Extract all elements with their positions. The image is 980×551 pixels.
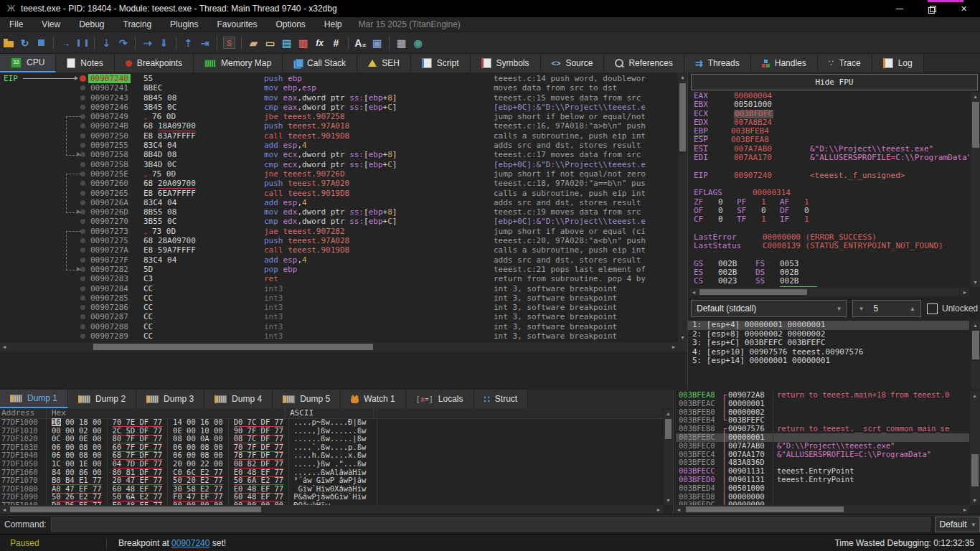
gutter-dot-icon[interactable] xyxy=(80,200,85,205)
stop-button[interactable] xyxy=(34,35,49,50)
register-row[interactable]: EDI007AA170&"ALLUSERSPROFILE=C:\\Program… xyxy=(694,154,969,162)
menu-item-view[interactable]: View xyxy=(32,17,70,32)
dump-panel[interactable]: Dump 1Dump 2Dump 3Dump 4Dump 5Watch 1[x=… xyxy=(0,390,674,514)
hex-group[interactable]: 14 00 16 00 xyxy=(168,418,229,427)
stack-row[interactable]: 003BFEB0│00000002 xyxy=(676,408,969,417)
gutter-dot-icon[interactable] xyxy=(80,276,85,281)
hex-group[interactable]: 70 7E DF 77 xyxy=(108,418,169,427)
breakpoint-gutter[interactable] xyxy=(0,322,90,331)
disasm-row[interactable]: 0090725E⌄75 0Djne teeest.90726Djump shor… xyxy=(0,169,678,179)
scroll-thumb[interactable] xyxy=(971,454,979,486)
argument-row[interactable]: 1: [esp+4] 00000001 00000001 xyxy=(688,321,969,330)
scroll-right-icon[interactable]: ► xyxy=(654,505,663,514)
disasm-row[interactable]: 009072825Dpop ebpteeest.c:21 pops last e… xyxy=(0,265,678,274)
disasm-row[interactable]: 00907286CCint3int 3, software breakpoint xyxy=(0,303,678,312)
menu-item-debug[interactable]: Debug xyxy=(70,17,113,32)
tab-references[interactable]: References xyxy=(604,54,684,72)
dump-row[interactable]: 77DF10501C 00 1E 0004 7D DF 7720 00 22 0… xyxy=(0,460,663,468)
stack-panel[interactable]: 003BFEA8┌009072A8return to teeest.main+1… xyxy=(674,390,980,514)
patches-button[interactable]: ▰ xyxy=(246,35,261,50)
step-into-button[interactable]: ⇣ xyxy=(99,35,114,50)
disasm-row[interactable]: 00907250E8 83A7FFFFcall teeest.9019D8cal… xyxy=(0,131,678,141)
hide-fpu-button[interactable]: Hide FPU xyxy=(691,74,978,90)
register-row[interactable]: ZF0PF1AF1 xyxy=(694,198,969,207)
stack-row[interactable]: 003BFEB8┌00907576return to teeest.__scrt… xyxy=(676,425,969,433)
calling-convention-select[interactable]: Default (stdcall) ▼ xyxy=(691,300,847,317)
breakpoint-gutter[interactable] xyxy=(0,293,90,303)
hex-group[interactable]: 16 00 18 00 xyxy=(47,418,108,427)
gutter-dot-icon[interactable] xyxy=(80,181,85,186)
tab-seh[interactable]: SEH xyxy=(357,54,411,72)
gutter-dot-icon[interactable] xyxy=(80,314,85,319)
scroll-thumb[interactable] xyxy=(686,507,844,512)
step-over-button[interactable]: ↷ xyxy=(116,35,131,50)
scroll-up-icon[interactable]: ▲ xyxy=(970,391,979,400)
tab-trace[interactable]: ∵Trace xyxy=(818,54,872,72)
tab-handles[interactable]: Handles xyxy=(751,54,818,72)
run-button[interactable]: → xyxy=(58,35,73,50)
attach-button[interactable]: ▣ xyxy=(369,35,385,50)
tab-dump-4[interactable]: Dump 4 xyxy=(204,390,273,408)
register-row[interactable]: CF0TF1IF1 xyxy=(694,215,969,224)
gutter-dot-icon[interactable] xyxy=(80,296,85,301)
arg-count-stepper[interactable]: ▼ 5 ▲ xyxy=(852,300,921,317)
restore-button[interactable] xyxy=(915,0,948,17)
breakpoint-gutter[interactable] xyxy=(0,93,90,103)
scroll-thumb[interactable] xyxy=(679,83,686,151)
disasm-row[interactable]: 009072703B55 0Ccmp edx,dword ptr ss:[ebp… xyxy=(0,217,678,226)
gutter-dot-icon[interactable] xyxy=(80,143,85,148)
disasm-row[interactable]: 009072463B45 0Ccmp eax,dword ptr ss:[ebp… xyxy=(0,103,678,112)
hex-group[interactable]: 20 00 22 00 xyxy=(168,460,229,468)
tab-watch-1[interactable]: Watch 1 xyxy=(341,390,406,408)
stack-arguments-list[interactable]: 1: [esp+4] 00000001 000000012: [esp+8] 0… xyxy=(688,321,969,368)
gutter-dot-icon[interactable] xyxy=(80,229,85,234)
breakpoint-gutter[interactable] xyxy=(0,160,90,169)
stack-row[interactable]: 003BFEC8│483A836D xyxy=(676,458,969,467)
scroll-right-icon[interactable]: ► xyxy=(961,505,969,514)
argument-row[interactable]: 3: [esp+C] 003BFEFC 003BFEFC xyxy=(688,339,969,348)
stack-row[interactable]: 003BFEAC│00000001 xyxy=(676,400,969,408)
disasm-row[interactable]: 009072418BECmov ebp,espmoves data from s… xyxy=(0,83,678,93)
disasm-row[interactable]: 009072438B45 08mov eax,dword ptr ss:[ebp… xyxy=(0,93,678,103)
pause-button[interactable] xyxy=(75,35,90,50)
open-file-button[interactable] xyxy=(1,35,16,50)
gutter-dot-icon[interactable] xyxy=(80,267,85,272)
register-row[interactable]: EIP00907240<teeest._f_unsigned> xyxy=(694,171,969,180)
functions-button[interactable]: fx xyxy=(312,35,327,50)
stack-vscrollbar[interactable]: ▲ ▼ xyxy=(970,391,980,505)
argument-row[interactable]: 5: [esp+14] 00000001 00000001 xyxy=(688,357,969,366)
gutter-dot-icon[interactable] xyxy=(80,258,85,263)
stack-row[interactable]: 003BFEC4│007AA170&"ALLUSERSPROFILE=C:\\P… xyxy=(676,451,969,459)
registers-hscrollbar[interactable]: ◄ ► xyxy=(689,288,969,296)
scroll-down-icon[interactable]: ▼ xyxy=(970,496,979,505)
disasm-row[interactable]: 0090726A83C4 04add esp,4adds src and dst… xyxy=(0,198,678,207)
scroll-left-icon[interactable]: ◄ xyxy=(0,505,9,514)
breakpoint-gutter[interactable] xyxy=(0,303,90,312)
snowman-button[interactable]: # xyxy=(329,35,344,50)
breakpoint-gutter[interactable] xyxy=(0,217,90,226)
hex-group[interactable]: 20 47 EF 77 xyxy=(108,476,169,485)
disasm-row[interactable]: 0090725B3B4D 0Ccmp ecx,dword ptr ss:[ebp… xyxy=(0,160,678,169)
strings-button[interactable]: A₂ xyxy=(353,35,368,50)
register-row[interactable]: OF0SF0DF0 xyxy=(694,207,969,215)
profile-select[interactable]: Default ▼ xyxy=(935,517,980,532)
breakpoint-gutter[interactable] xyxy=(0,284,90,293)
tab-symbols[interactable]: Symbols xyxy=(471,54,541,72)
disasm-row[interactable]: 00907249⌄76 0Djbe teeest.907258jump shor… xyxy=(0,112,678,121)
breakpoint-gutter[interactable] xyxy=(0,312,90,321)
disasm-row[interactable]: 0090727F83C4 04add esp,4adds src and dst… xyxy=(0,255,678,265)
calculator-button[interactable]: ▦ xyxy=(394,35,409,50)
menu-item-options[interactable]: Options xyxy=(266,17,314,32)
disasm-row[interactable]: 0090725583C4 04add esp,4adds src and dst… xyxy=(0,141,678,150)
disassembly-vscrollbar[interactable]: ▲ ▼ xyxy=(678,72,687,342)
stack-row[interactable]: 003BFEC0│007A7AB0&"D:\\Project\\teeest.e… xyxy=(676,442,969,451)
disasm-row[interactable]: 0090727568 28A09700push teeest.97A028tee… xyxy=(0,236,678,245)
disasm-row[interactable]: 00907288CCint3int 3, software breakpoint xyxy=(0,322,678,331)
scroll-down-icon[interactable]: ▼ xyxy=(664,496,673,505)
breakpoint-gutter[interactable] xyxy=(0,83,90,93)
scroll-right-icon[interactable]: ► xyxy=(669,342,678,352)
breakpoint-gutter[interactable] xyxy=(0,331,90,341)
hex-group[interactable]: 50 6A E2 77 xyxy=(229,476,290,485)
hex-group[interactable]: 1C 00 1E 00 xyxy=(47,460,108,468)
gutter-dot-icon[interactable] xyxy=(80,162,85,167)
